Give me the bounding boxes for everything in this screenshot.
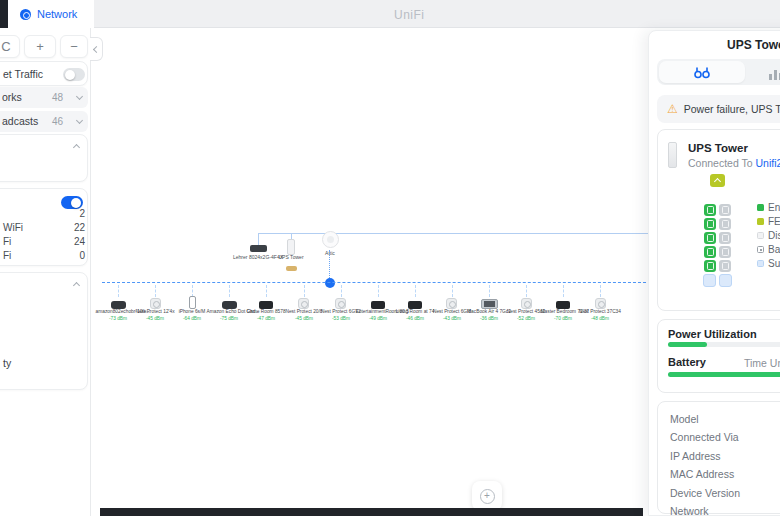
outlet-disabled[interactable]: [719, 204, 731, 216]
legend-label: Battery: [768, 244, 780, 255]
count-value: 22: [74, 222, 85, 233]
legend-row: FE: [757, 216, 780, 227]
nest-protect-icon: [521, 298, 532, 309]
power-utilization-label: Power Utilization: [668, 328, 757, 340]
ups-device-icon[interactable]: [287, 239, 295, 255]
smart-speaker-icon: [371, 301, 385, 309]
recenter-button[interactable]: +: [472, 481, 502, 511]
ups-status-badge: [286, 266, 297, 271]
enabled-swatch: [757, 204, 764, 211]
zoom-out-button[interactable]: −: [60, 35, 88, 58]
connected-to-line: Connected To Unifi2270 Port: [688, 157, 780, 169]
chevron-up-icon[interactable]: [73, 282, 80, 289]
filter-count: 46: [52, 116, 63, 127]
legend-label: Enabled: [768, 202, 780, 213]
nest-protect-icon: [446, 298, 457, 309]
minus-icon: −: [70, 39, 78, 54]
tab-overview[interactable]: [659, 61, 745, 83]
legend-label: FE: [768, 216, 780, 227]
detail-label: Network: [670, 505, 709, 516]
detail-label: Connected Via: [670, 431, 739, 443]
connection-count-row: WiFi22: [0, 222, 89, 233]
outlet-surge[interactable]: [703, 274, 716, 287]
power-failure-alert: ⚠ Power failure, UPS Tower battery: [657, 95, 780, 123]
battery-label: Battery: [668, 356, 706, 368]
filter-count: 48: [52, 92, 63, 103]
topology-icon: [693, 66, 711, 79]
connection-count-row: Fi24: [0, 236, 89, 247]
tab-network-label: Network: [37, 8, 77, 20]
zoom-in-button[interactable]: +: [24, 35, 56, 58]
legend-label: Surge: [768, 258, 780, 269]
tab-stats[interactable]: [769, 66, 780, 84]
refresh-button[interactable]: C: [0, 35, 20, 58]
collapsed-card-1: [0, 134, 88, 182]
detail-label: IP Address: [670, 450, 721, 462]
topology-map[interactable]: Lehrer 8024x2G-4F4X UPS Tower Attic amaz…: [91, 29, 648, 516]
toggle-knob: [65, 70, 75, 80]
echo-speaker-icon: [111, 301, 126, 309]
battery-swatch: [757, 246, 764, 253]
wireless-dashed-line: [102, 282, 646, 283]
outlet-disabled[interactable]: [719, 232, 731, 244]
macbook-icon: [481, 299, 498, 309]
filter-label: orks: [2, 91, 22, 103]
iphone-icon: [189, 296, 196, 309]
connection-count-row: Fi0: [0, 250, 89, 261]
traffic-label: et Traffic: [3, 68, 43, 80]
ups-name: UPS Tower: [688, 142, 748, 154]
network-app-icon: [20, 9, 31, 20]
access-point-icon[interactable]: [322, 231, 339, 248]
top-bar: [0, 0, 780, 28]
chevron-down-icon: [76, 93, 83, 100]
count-value: 2: [79, 208, 85, 219]
nest-protect-icon: [298, 298, 309, 309]
access-point-label: Attic: [296, 251, 363, 256]
sidebar-filter-row[interactable]: orks48: [0, 87, 88, 108]
uplink-line: [258, 233, 650, 234]
battery-bar: [668, 372, 780, 377]
count-value: 0: [79, 250, 85, 261]
smart-speaker-icon: [259, 301, 273, 309]
client-rssi: -48 dBm: [578, 316, 623, 321]
sidebar-filter-row[interactable]: adcasts46: [0, 111, 88, 132]
ups-product-image: [668, 142, 677, 168]
outlet-surge[interactable]: [719, 274, 732, 287]
bar-chart-icon: [769, 68, 780, 80]
detail-label: MAC Address: [670, 468, 734, 480]
nest-protect-icon: [150, 298, 161, 309]
refresh-icon: C: [1, 39, 10, 54]
outlet-disabled[interactable]: [719, 246, 731, 258]
filter-label: adcasts: [2, 115, 38, 127]
tab-network[interactable]: Network: [8, 0, 94, 28]
outlet-enabled[interactable]: [704, 260, 716, 272]
crosshair-icon: +: [480, 489, 495, 504]
power-card: Power Utilization Battery Time Until Ful…: [657, 319, 780, 393]
connected-prefix: Connected To: [688, 157, 756, 169]
outlet-enabled[interactable]: [704, 246, 716, 258]
outlet-disabled[interactable]: [719, 260, 731, 272]
chevron-down-icon: [76, 117, 83, 124]
outlet-enabled[interactable]: [704, 218, 716, 230]
client-name: Nest Protect 37C34: [578, 309, 623, 314]
uplink-port-link[interactable]: Unifi2270 Port: [756, 157, 780, 169]
detail-label: Model: [670, 413, 699, 425]
count-value: 24: [74, 236, 85, 247]
utilization-fill: [668, 342, 707, 347]
count-label: Fi: [3, 250, 11, 261]
client-node[interactable]: Nest Protect 37C34-48 dBm: [572, 296, 628, 322]
outlet-enabled[interactable]: [704, 204, 716, 216]
client-icon-wrap: [572, 296, 628, 309]
battery-note: Time Until Full: [744, 357, 780, 369]
traffic-toggle[interactable]: [63, 68, 85, 81]
warning-icon: ⚠: [667, 102, 678, 116]
surge-swatch: [757, 260, 764, 267]
outlet-enabled[interactable]: [704, 232, 716, 244]
selected-node-dot[interactable]: [325, 278, 335, 288]
legend-row: Disabled: [757, 230, 780, 241]
count-label: WiFi: [3, 222, 23, 233]
switch-device-icon[interactable]: [250, 245, 267, 252]
chevron-up-icon: [713, 177, 720, 184]
chevron-up-icon[interactable]: [73, 144, 80, 151]
outlet-disabled[interactable]: [719, 218, 731, 230]
